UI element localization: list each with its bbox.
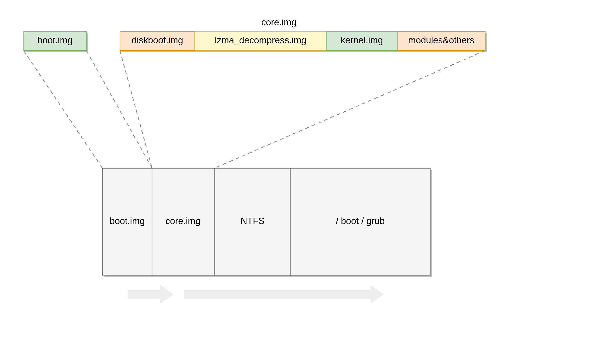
disk-block-core: core.img <box>152 168 214 275</box>
top-block-diskboot-label: diskboot.img <box>132 35 183 45</box>
connector-lines <box>24 51 485 168</box>
disk-block-grub-label: / boot / grub <box>336 216 385 226</box>
top-block-kernel: kernel.img <box>326 31 397 51</box>
svg-line-8 <box>120 51 152 168</box>
arrow-short <box>128 285 173 304</box>
top-block-modules: modules&others <box>397 31 485 51</box>
disk-block-boot-label: boot.img <box>110 216 145 226</box>
disk-block-boot: boot.img <box>103 168 152 275</box>
disk-block-core-label: core.img <box>165 216 201 226</box>
svg-line-6 <box>24 51 103 168</box>
flow-arrows <box>128 285 383 304</box>
top-block-kernel-label: kernel.img <box>341 35 383 45</box>
core-img-title: core.img <box>261 17 297 27</box>
top-block-diskboot: diskboot.img <box>120 31 195 51</box>
top-block-modules-label: modules&others <box>408 35 475 45</box>
top-block-boot-label: boot.img <box>37 35 73 45</box>
svg-line-9 <box>214 51 485 168</box>
arrow-long <box>184 285 384 304</box>
boot-diagram: core.img boot.img diskboot.img lzma_deco… <box>0 0 596 364</box>
top-block-lzma-label: lzma_decompress.img <box>215 35 306 45</box>
disk-block-ntfs: NTFS <box>214 168 291 275</box>
disk-block-grub: / boot / grub <box>291 168 430 275</box>
svg-line-7 <box>86 51 152 168</box>
top-block-boot: boot.img <box>24 31 88 52</box>
top-block-lzma: lzma_decompress.img <box>195 31 326 51</box>
disk-block-ntfs-label: NTFS <box>241 216 265 226</box>
